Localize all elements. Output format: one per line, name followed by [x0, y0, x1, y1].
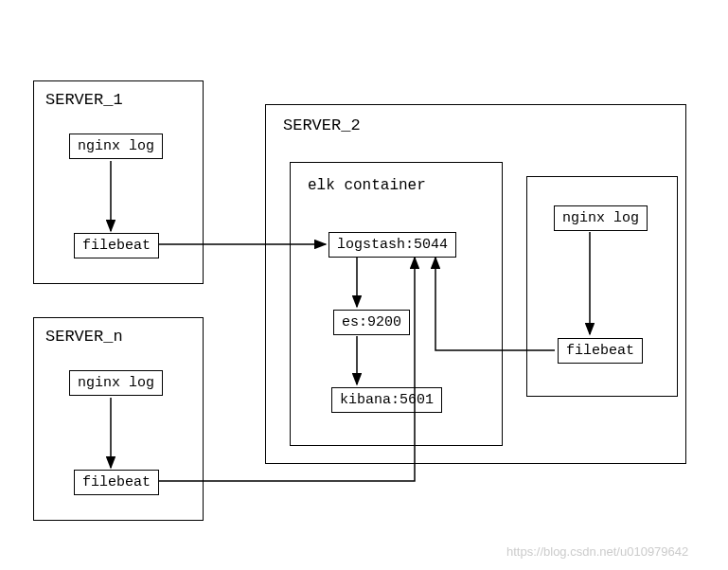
server1-box: SERVER_1 nginx log filebeat — [33, 80, 204, 284]
server1-title: SERVER_1 — [45, 91, 123, 109]
serverN-box: SERVER_n nginx log filebeat — [33, 317, 204, 521]
server1-nginx-log: nginx log — [69, 134, 163, 159]
serverN-filebeat: filebeat — [74, 470, 159, 495]
logstash-node: logstash:5044 — [328, 232, 456, 258]
serverN-nginx-log: nginx log — [69, 370, 163, 396]
serverN-title: SERVER_n — [45, 328, 123, 346]
kibana-node: kibana:5601 — [331, 387, 442, 413]
server2-title: SERVER_2 — [283, 116, 361, 134]
server1-filebeat: filebeat — [74, 233, 159, 258]
elk-container-box: elk container logstash:5044 es:9200 kiba… — [290, 162, 503, 446]
watermark: https://blog.csdn.net/u010979642 — [506, 544, 688, 559]
server2-nginx-log: nginx log — [554, 205, 648, 231]
elk-container-title: elk container — [308, 177, 426, 194]
server2-right-box: nginx log filebeat — [526, 176, 678, 397]
es-node: es:9200 — [333, 310, 410, 335]
server2-filebeat: filebeat — [558, 338, 643, 364]
server2-box: SERVER_2 elk container logstash:5044 es:… — [265, 104, 686, 464]
